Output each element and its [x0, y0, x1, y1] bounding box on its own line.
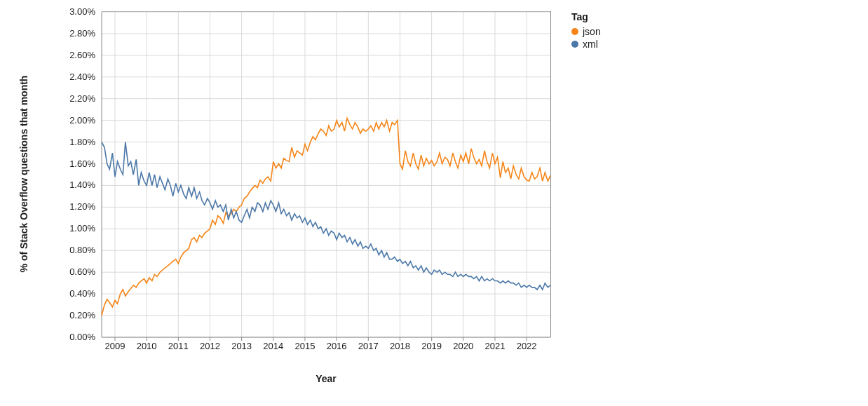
x-tick: 2012 — [200, 341, 220, 351]
x-tick: 2013 — [231, 341, 252, 351]
y-tick: 1.20% — [69, 201, 95, 212]
y-tick: 1.60% — [69, 158, 95, 168]
x-tick-labels: 2009201020112012201320142015201620172018… — [102, 339, 550, 353]
y-tick: 0.80% — [69, 245, 95, 255]
x-tick: 2020 — [453, 341, 473, 351]
y-tick: 0.00% — [69, 332, 95, 342]
plot-area — [102, 11, 551, 337]
series-json — [102, 119, 550, 316]
x-tick: 2010 — [137, 341, 157, 351]
y-tick: 2.40% — [69, 71, 95, 81]
y-tick: 0.60% — [69, 266, 95, 277]
y-tick: 2.60% — [69, 49, 95, 60]
x-tick: 2014 — [263, 341, 283, 351]
y-tick: 2.20% — [69, 93, 95, 103]
y-tick: 3.00% — [69, 6, 95, 17]
legend-swatch-icon — [571, 41, 578, 48]
x-tick: 2015 — [294, 341, 315, 351]
y-tick: 0.20% — [69, 310, 95, 320]
x-tick: 2016 — [327, 341, 347, 351]
x-tick: 2022 — [517, 341, 537, 351]
x-tick: 2018 — [390, 341, 410, 351]
y-tick-labels: 0.00%0.20%0.40%0.60%0.80%1.00%1.20%1.40%… — [0, 11, 98, 337]
legend-swatch-icon — [571, 28, 578, 35]
y-tick: 1.00% — [69, 223, 95, 234]
legend-item-json[interactable]: json — [571, 25, 601, 38]
legend-label: xml — [583, 38, 598, 50]
legend-item-xml[interactable]: xml — [571, 38, 601, 50]
x-tick: 2021 — [484, 341, 505, 351]
x-tick: 2019 — [421, 341, 442, 351]
legend-title: Tag — [571, 11, 601, 22]
x-tick: 2017 — [358, 341, 379, 351]
x-tick: 2009 — [105, 341, 126, 351]
chart-container: { "chart_data": { "type": "line", "title… — [0, 0, 868, 406]
y-tick: 1.40% — [69, 180, 95, 190]
y-tick: 1.80% — [69, 136, 95, 147]
x-tick: 2011 — [168, 341, 189, 351]
series-xml — [102, 142, 550, 290]
legend-label: json — [583, 25, 601, 38]
y-tick: 2.00% — [69, 114, 95, 125]
x-axis-label: Year — [316, 373, 337, 384]
y-tick: 0.40% — [69, 288, 95, 299]
y-tick: 2.80% — [69, 27, 95, 38]
legend: Tag jsonxml — [571, 11, 601, 50]
